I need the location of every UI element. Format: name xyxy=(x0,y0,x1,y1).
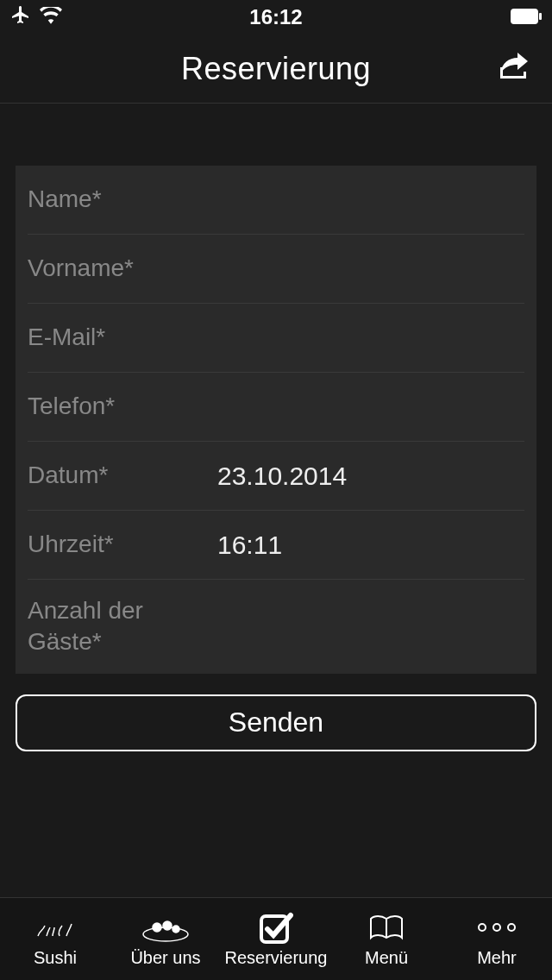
telefon-row[interactable]: Telefon* xyxy=(28,373,524,442)
telefon-field[interactable] xyxy=(197,393,524,422)
status-time: 16:12 xyxy=(249,5,302,29)
status-left xyxy=(10,4,62,30)
name-row[interactable]: Name* xyxy=(28,166,524,235)
svg-point-10 xyxy=(508,924,515,931)
datum-label: Datum* xyxy=(28,460,217,491)
battery-icon xyxy=(511,5,542,29)
checkbox-icon xyxy=(259,910,293,945)
vorname-label: Vorname* xyxy=(28,253,197,284)
svg-point-9 xyxy=(493,924,500,931)
svg-rect-1 xyxy=(539,13,542,20)
uhrzeit-label: Uhrzeit* xyxy=(28,529,217,560)
sushi-logo-icon xyxy=(34,910,77,945)
email-row[interactable]: E-Mail* xyxy=(28,304,524,373)
svg-rect-0 xyxy=(511,9,537,23)
more-dots-icon xyxy=(475,910,518,945)
tab-sushi[interactable]: Sushi xyxy=(0,898,110,980)
airplane-icon xyxy=(10,4,31,30)
name-label: Name* xyxy=(28,184,197,215)
tab-ueber-label: Über uns xyxy=(130,948,200,968)
tab-ueber-uns[interactable]: Über uns xyxy=(110,898,221,980)
datum-row[interactable]: Datum* 23.10.2014 xyxy=(28,442,524,511)
send-button[interactable]: Senden xyxy=(16,694,536,751)
status-right xyxy=(511,5,542,29)
tab-menue[interactable]: Menü xyxy=(331,898,442,980)
page-title: Reservierung xyxy=(181,51,371,87)
tab-reservierung-label: Reservierung xyxy=(225,948,328,968)
vorname-field[interactable] xyxy=(197,254,524,284)
nav-bar: Reservierung xyxy=(0,35,552,104)
telefon-label: Telefon* xyxy=(28,391,197,422)
share-button[interactable] xyxy=(497,53,531,85)
tab-sushi-label: Sushi xyxy=(34,948,77,968)
tab-menue-label: Menü xyxy=(365,948,408,968)
gaeste-row[interactable]: Anzahl der Gäste* xyxy=(28,580,524,674)
menu-book-icon xyxy=(367,910,405,945)
gaeste-field[interactable] xyxy=(197,612,524,641)
vorname-row[interactable]: Vorname* xyxy=(28,235,524,304)
email-label: E-Mail* xyxy=(28,322,197,353)
svg-point-8 xyxy=(479,924,486,931)
svg-point-5 xyxy=(172,926,179,933)
email-field[interactable] xyxy=(197,324,524,353)
svg-point-3 xyxy=(153,923,161,932)
datum-value[interactable]: 23.10.2014 xyxy=(217,462,524,491)
uhrzeit-value[interactable]: 16:11 xyxy=(217,531,524,560)
wifi-icon xyxy=(40,5,62,29)
tab-mehr[interactable]: Mehr xyxy=(442,898,552,980)
name-field[interactable] xyxy=(197,185,524,215)
tab-mehr-label: Mehr xyxy=(477,948,517,968)
gaeste-label: Anzahl der Gäste* xyxy=(28,595,197,658)
tab-bar: Sushi Über uns Reservierung Menü Mehr xyxy=(0,897,552,980)
send-button-label: Senden xyxy=(229,707,323,738)
reservation-form: Name* Vorname* E-Mail* Telefon* Datum* 2… xyxy=(16,166,536,674)
svg-point-4 xyxy=(163,921,172,930)
tray-icon xyxy=(141,910,190,945)
tab-reservierung[interactable]: Reservierung xyxy=(221,898,331,980)
uhrzeit-row[interactable]: Uhrzeit* 16:11 xyxy=(28,511,524,580)
status-bar: 16:12 xyxy=(0,0,552,35)
